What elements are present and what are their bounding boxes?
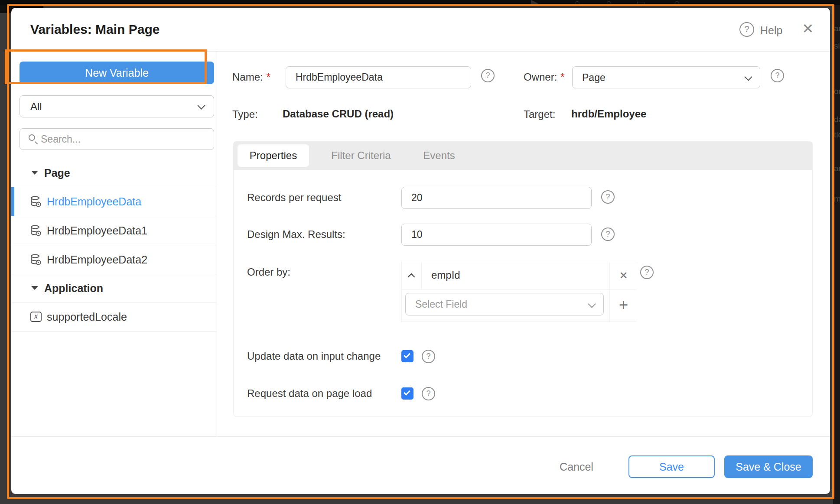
check-icon bbox=[404, 351, 410, 358]
tab-filter-criteria[interactable]: Filter Criteria bbox=[324, 141, 398, 170]
sidebar-item-label: HrdbEmployeeData bbox=[47, 195, 141, 208]
section-label: Page bbox=[44, 166, 70, 179]
header-divider bbox=[11, 51, 830, 52]
order-by-widget: empId Select Field bbox=[401, 262, 637, 322]
close-icon[interactable] bbox=[799, 20, 817, 37]
save-button[interactable]: Save bbox=[628, 455, 715, 478]
order-by-label: Order by: bbox=[247, 266, 290, 278]
device-icon: ▭ bbox=[636, 0, 645, 5]
order-by-field: empId bbox=[431, 269, 460, 281]
records-per-request-label: Records per request bbox=[247, 192, 341, 204]
select-field-placeholder: Select Field bbox=[415, 299, 467, 310]
request-on-load-checkbox[interactable] bbox=[401, 387, 413, 400]
type-label: Type: bbox=[232, 108, 258, 120]
sidebar-item-label: supportedLocale bbox=[47, 311, 127, 323]
database-icon bbox=[29, 254, 42, 266]
help-icon[interactable] bbox=[422, 387, 435, 400]
add-order-field-button[interactable] bbox=[609, 289, 638, 322]
caret-down-icon bbox=[31, 286, 38, 290]
tab-properties[interactable]: Properties bbox=[238, 144, 309, 167]
design-max-results-label: Design Max. Results: bbox=[247, 228, 345, 241]
database-icon bbox=[29, 224, 42, 237]
sidebar-section-page[interactable]: Page bbox=[11, 159, 217, 187]
help-icon[interactable] bbox=[481, 69, 495, 82]
chevron-up-icon bbox=[408, 273, 415, 281]
footer-divider bbox=[11, 436, 830, 437]
order-by-divider bbox=[402, 289, 637, 289]
new-variable-button[interactable]: New Variable bbox=[20, 62, 214, 84]
screen: ▶ ○ ○ ▭ ○ arcsibor datlear me Variables:… bbox=[0, 0, 840, 504]
chevron-down-icon bbox=[588, 300, 596, 308]
tab-bar: Properties Filter Criteria Events bbox=[233, 141, 813, 170]
save-and-close-button[interactable]: Save & Close bbox=[724, 455, 813, 478]
name-label: Name:* bbox=[232, 71, 270, 83]
owner-label: Owner:* bbox=[524, 71, 565, 83]
required-asterisk: * bbox=[267, 71, 270, 83]
name-input[interactable] bbox=[286, 66, 471, 88]
cancel-button[interactable]: Cancel bbox=[555, 458, 598, 475]
variable-filter-select[interactable]: All bbox=[20, 95, 214, 117]
select-field-dropdown[interactable]: Select Field bbox=[405, 293, 604, 315]
sidebar-divider bbox=[217, 51, 217, 436]
background-right-edge: arcsibor datlear me bbox=[833, 0, 840, 504]
play-icon: ▶ bbox=[531, 0, 538, 5]
background-toolbar: ▶ ○ ○ ▭ ○ bbox=[0, 0, 840, 5]
help-icon[interactable] bbox=[601, 228, 615, 241]
circle-icon: ○ bbox=[574, 0, 580, 5]
sidebar-section-application[interactable]: Application bbox=[11, 274, 217, 302]
help-icon[interactable] bbox=[771, 69, 784, 82]
chevron-down-icon bbox=[744, 73, 752, 81]
circle-icon: ○ bbox=[606, 0, 612, 5]
section-label: Application bbox=[44, 282, 103, 294]
owner-value: Page bbox=[582, 72, 606, 83]
sidebar-item-label: HrdbEmployeeData1 bbox=[47, 224, 147, 237]
variable-icon bbox=[30, 312, 42, 322]
update-on-input-label: Update data on input change bbox=[247, 350, 381, 362]
update-on-input-checkbox[interactable] bbox=[401, 350, 413, 362]
search-icon bbox=[29, 134, 35, 141]
search-input[interactable] bbox=[41, 129, 210, 150]
help-icon[interactable] bbox=[640, 266, 654, 279]
design-max-results-input[interactable] bbox=[401, 224, 592, 246]
sidebar-item-hrdbemployeedata2[interactable]: HrdbEmployeeData2 bbox=[11, 245, 217, 274]
caret-down-icon bbox=[31, 171, 38, 175]
check-icon bbox=[404, 389, 410, 396]
search-icon: ○ bbox=[674, 0, 680, 5]
variables-dialog: Variables: Main Page Help New Variable A… bbox=[11, 8, 830, 494]
type-value: Database CRUD (read) bbox=[283, 108, 394, 120]
help-icon[interactable] bbox=[601, 190, 615, 204]
help-icon[interactable] bbox=[739, 22, 754, 37]
tab-events[interactable]: Events bbox=[413, 141, 465, 170]
remove-order-field-button[interactable] bbox=[609, 262, 638, 289]
sidebar-item-label: HrdbEmployeeData2 bbox=[47, 254, 147, 266]
help-link[interactable]: Help bbox=[760, 24, 782, 37]
request-on-load-label: Request data on page load bbox=[247, 387, 372, 400]
sidebar-item-supportedlocale[interactable]: supportedLocale bbox=[11, 302, 217, 332]
help-icon[interactable] bbox=[422, 350, 435, 363]
required-asterisk: * bbox=[560, 71, 564, 83]
sidebar-item-hrdbemployeedata1[interactable]: HrdbEmployeeData1 bbox=[11, 216, 217, 245]
owner-select[interactable]: Page bbox=[572, 66, 760, 88]
records-per-request-input[interactable] bbox=[401, 187, 592, 209]
sidebar-item-hrdbemployeedata[interactable]: HrdbEmployeeData bbox=[11, 187, 217, 216]
chevron-down-icon bbox=[197, 101, 205, 109]
selected-indicator bbox=[11, 187, 14, 216]
dialog-title: Variables: Main Page bbox=[30, 22, 160, 37]
search-box bbox=[20, 128, 214, 150]
target-label: Target: bbox=[524, 108, 555, 120]
variable-filter-value: All bbox=[30, 101, 42, 113]
sort-direction-button[interactable] bbox=[402, 262, 422, 289]
database-icon bbox=[29, 195, 42, 208]
target-value: hrdb/Employee bbox=[571, 108, 646, 120]
